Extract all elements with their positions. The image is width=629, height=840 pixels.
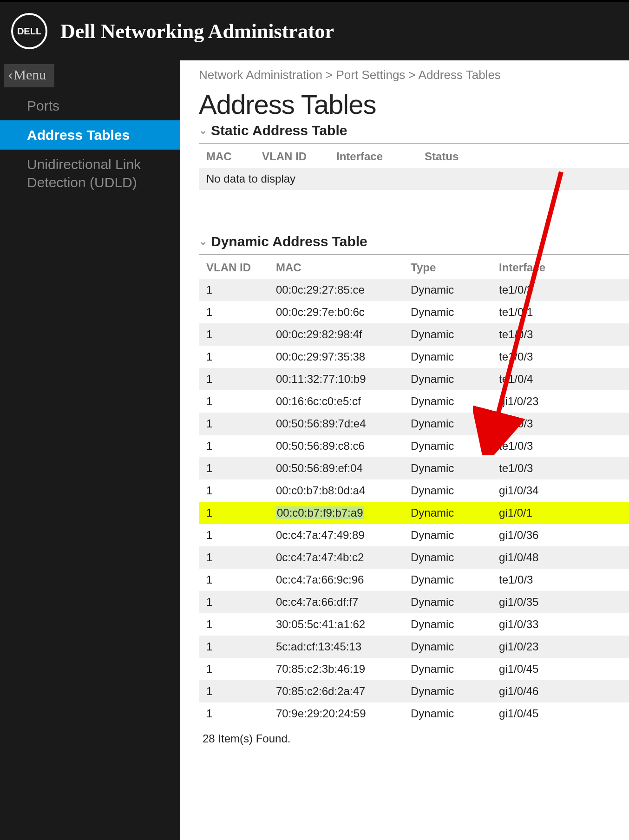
cell-interface: gi1/0/46 [491,680,629,702]
cell-type: Dynamic [403,502,491,524]
cell-mac: 00:16:6c:c0:e5:cf [269,390,403,413]
cell-vlan: 1 [199,636,269,658]
column-header[interactable]: Status [417,145,629,168]
table-row[interactable]: 15c:ad:cf:13:45:13Dynamicgi1/0/23 [199,636,629,658]
table-row[interactable]: 100:50:56:89:7d:e4Dynamicte1/0/3 [199,413,629,435]
table-row[interactable]: 170:85:c2:3b:46:19Dynamicgi1/0/45 [199,658,629,680]
cell-vlan: 1 [199,279,269,301]
cell-mac: 0c:c4:7a:66:9c:96 [269,569,403,591]
table-row[interactable]: 100:50:56:89:ef:04Dynamicte1/0/3 [199,457,629,479]
cell-vlan: 1 [199,323,269,346]
cell-type: Dynamic [403,323,491,346]
cell-type: Dynamic [403,479,491,502]
section-dynamic-address-table[interactable]: ⌄ Dynamic Address Table [199,232,629,255]
cell-interface: te1/0/3 [491,457,629,479]
cell-vlan: 1 [199,368,269,390]
table-empty-row: No data to display [199,168,629,190]
cell-type: Dynamic [403,680,491,702]
column-header[interactable]: Type [403,256,491,279]
column-header[interactable]: Interface [491,256,629,279]
table-row[interactable]: 100:11:32:77:10:b9Dynamicte1/0/4 [199,368,629,390]
cell-interface: gi1/0/45 [491,658,629,680]
cell-type: Dynamic [403,301,491,323]
cell-vlan: 1 [199,457,269,479]
cell-mac: 00:0c:29:27:85:ce [269,279,403,301]
dell-logo-text: DELL [17,26,41,37]
cell-mac: 00:0c:29:7e:b0:6c [269,301,403,323]
dynamic-address-table: VLAN IDMACTypeInterface 100:0c:29:27:85:… [199,256,629,725]
column-header[interactable]: VLAN ID [199,256,269,279]
table-row[interactable]: 100:50:56:89:c8:c6Dynamicte1/0/3 [199,435,629,457]
table-row[interactable]: 10c:c4:7a:66:df:f7Dynamicgi1/0/35 [199,591,629,613]
dell-logo-icon: DELL [11,13,47,49]
cell-interface: gi1/0/36 [491,524,629,546]
cell-mac: 00:c0:b7:b8:0d:a4 [269,479,403,502]
cell-interface: te1/0/1 [491,301,629,323]
cell-type: Dynamic [403,346,491,368]
cell-mac: 0c:c4:7a:66:df:f7 [269,591,403,613]
table-row[interactable]: 100:0c:29:27:85:ceDynamicte1/0/3 [199,279,629,301]
column-header[interactable]: MAC [199,145,255,168]
sidebar-item[interactable]: Unidirectional Link Detection (UDLD) [0,150,180,197]
table-row[interactable]: 100:16:6c:c0:e5:cfDynamicgi1/0/23 [199,390,629,413]
cell-type: Dynamic [403,702,491,725]
cell-type: Dynamic [403,613,491,636]
cell-mac: 5c:ad:cf:13:45:13 [269,636,403,658]
cell-vlan: 1 [199,346,269,368]
table-row[interactable]: 10c:c4:7a:47:49:89Dynamicgi1/0/36 [199,524,629,546]
cell-vlan: 1 [199,546,269,569]
cell-mac: 30:05:5c:41:a1:62 [269,613,403,636]
cell-mac: 00:11:32:77:10:b9 [269,368,403,390]
cell-mac: 0c:c4:7a:47:49:89 [269,524,403,546]
section-title: Dynamic Address Table [211,234,367,249]
cell-interface: te1/0/3 [491,346,629,368]
cell-vlan: 1 [199,502,269,524]
top-header: DELL Dell Networking Administrator [0,0,629,60]
column-header[interactable]: VLAN ID [255,145,329,168]
cell-interface: gi1/0/34 [491,479,629,502]
table-row[interactable]: 130:05:5c:41:a1:62Dynamicgi1/0/33 [199,613,629,636]
table-row[interactable]: 170:85:c2:6d:2a:47Dynamicgi1/0/46 [199,680,629,702]
cell-interface: te1/0/3 [491,279,629,301]
cell-vlan: 1 [199,658,269,680]
cell-interface: te1/0/3 [491,413,629,435]
cell-vlan: 1 [199,413,269,435]
cell-mac: 00:0c:29:82:98:4f [269,323,403,346]
items-found: 28 Item(s) Found. [199,725,629,745]
cell-type: Dynamic [403,658,491,680]
cell-mac: 70:85:c2:6d:2a:47 [269,680,403,702]
cell-type: Dynamic [403,546,491,569]
cell-type: Dynamic [403,279,491,301]
column-header[interactable]: MAC [269,256,403,279]
table-row[interactable]: 100:0c:29:97:35:38Dynamicte1/0/3 [199,346,629,368]
chevron-down-icon: ⌄ [199,236,207,248]
sidebar-item[interactable]: Address Tables [0,120,180,150]
table-row[interactable]: 170:9e:29:20:24:59Dynamicgi1/0/45 [199,702,629,725]
menu-back-button[interactable]: ‹Menu [4,64,54,87]
cell-interface: gi1/0/1 [491,502,629,524]
cell-interface: gi1/0/45 [491,702,629,725]
table-row[interactable]: 10c:c4:7a:66:9c:96Dynamicte1/0/3 [199,569,629,591]
table-row[interactable]: 100:0c:29:7e:b0:6cDynamicte1/0/1 [199,301,629,323]
cell-interface: gi1/0/23 [491,636,629,658]
section-title: Static Address Table [211,123,347,138]
sidebar-item[interactable]: Ports [0,91,180,120]
table-row[interactable]: 100:c0:b7:b8:0d:a4Dynamicgi1/0/34 [199,479,629,502]
cell-vlan: 1 [199,569,269,591]
section-static-address-table[interactable]: ⌄ Static Address Table [199,121,629,144]
cell-vlan: 1 [199,301,269,323]
cell-interface: te1/0/4 [491,368,629,390]
breadcrumb: Network Administration > Port Settings >… [199,65,629,89]
table-row[interactable]: 10c:c4:7a:47:4b:c2Dynamicgi1/0/48 [199,546,629,569]
cell-vlan: 1 [199,613,269,636]
column-header[interactable]: Interface [329,145,417,168]
cell-type: Dynamic [403,413,491,435]
cell-type: Dynamic [403,636,491,658]
table-row[interactable]: 100:0c:29:82:98:4fDynamicte1/0/3 [199,323,629,346]
chevron-down-icon: ⌄ [199,125,207,137]
cell-vlan: 1 [199,524,269,546]
page-title: Address Tables [199,89,629,120]
empty-text: No data to display [199,168,629,190]
table-row[interactable]: 100:c0:b7:f9:b7:a9Dynamicgi1/0/1 [199,502,629,524]
cell-type: Dynamic [403,368,491,390]
